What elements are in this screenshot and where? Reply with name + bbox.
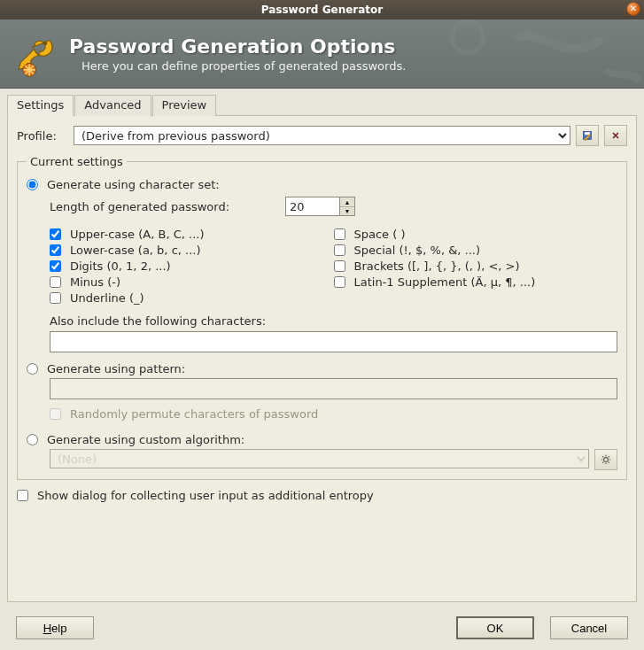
check-upper[interactable] [50, 228, 61, 240]
pattern-options: Randomly permute characters of password [50, 378, 617, 421]
tab-preview[interactable]: Preview [152, 95, 217, 116]
check-space[interactable] [334, 228, 345, 240]
page-subtitle: Here you can define properties of genera… [81, 59, 406, 73]
dialog-footer: Help OK Cancel [7, 602, 637, 641]
check-space-label: Space ( ) [354, 228, 406, 241]
custom-algo-select: (None) [50, 449, 589, 468]
mode-pattern-row: Generate using pattern: [27, 362, 617, 375]
check-brackets[interactable] [334, 260, 345, 272]
check-lower-label: Lower-case (a, b, c, ...) [70, 244, 201, 257]
entropy-checkbox[interactable] [17, 490, 28, 501]
permute-label: Randomly permute characters of password [70, 407, 318, 421]
mode-pattern-label: Generate using pattern: [47, 362, 185, 375]
entropy-row: Show dialog for collecting user input as… [17, 489, 627, 502]
permute-checkbox [50, 408, 61, 420]
mode-charset-label: Generate using character set: [47, 178, 220, 191]
mode-custom-label: Generate using custom algorithm: [47, 433, 244, 446]
banner-decoration [414, 19, 644, 88]
profile-delete-button[interactable] [604, 125, 627, 146]
tab-settings[interactable]: Settings [7, 95, 74, 116]
check-latin1-label: Latin-1 Supplement (Ä, µ, ¶, ...) [354, 275, 536, 289]
ok-button[interactable]: OK [456, 616, 534, 639]
length-label: Length of generated password: [50, 200, 280, 213]
check-brackets-label: Brackets ([, ], {, }, (, ), <, >) [354, 259, 520, 273]
gear-icon [601, 453, 611, 466]
svg-point-0 [43, 41, 48, 45]
tabs: Settings Advanced Preview [7, 94, 637, 116]
tab-advanced[interactable]: Advanced [74, 95, 151, 116]
check-special-label: Special (!, $, %, &, ...) [354, 244, 481, 257]
mode-charset-row: Generate using character set: [27, 178, 617, 191]
also-include-input[interactable] [50, 331, 617, 352]
length-up-button[interactable]: ▲ [340, 197, 354, 206]
cancel-button[interactable]: Cancel [550, 616, 628, 639]
custom-algo-row: (None) [50, 449, 617, 470]
window-close-button[interactable]: ✕ [626, 2, 640, 16]
profile-label: Profile: [17, 129, 68, 143]
check-underline[interactable] [50, 292, 61, 304]
save-icon [582, 129, 593, 142]
mode-custom-row: Generate using custom algorithm: [27, 433, 617, 446]
length-input[interactable] [286, 197, 339, 215]
charset-options: Length of generated password: ▲ ▼ Upper-… [50, 197, 617, 352]
profile-select[interactable]: (Derive from previous password) [74, 126, 570, 145]
check-special[interactable] [334, 244, 345, 256]
tabpanel-settings: Profile: (Derive from previous password) [7, 116, 637, 602]
custom-algo-settings-button[interactable] [594, 449, 617, 470]
help-button-rest: elp [51, 622, 66, 635]
svg-point-2 [452, 21, 484, 53]
length-down-button[interactable]: ▼ [340, 206, 354, 215]
profile-save-button[interactable] [576, 125, 599, 146]
pattern-input [50, 378, 617, 399]
mode-custom-radio[interactable] [27, 434, 38, 445]
check-upper-label: Upper-case (A, B, C, ...) [70, 228, 204, 241]
check-lower[interactable] [50, 244, 61, 256]
window-title: Password Generator [261, 4, 383, 16]
entropy-label: Show dialog for collecting user input as… [37, 489, 374, 502]
check-digits-label: Digits (0, 1, 2, ...) [70, 259, 171, 273]
check-digits[interactable] [50, 260, 61, 272]
length-spinner[interactable]: ▲ ▼ [285, 197, 355, 216]
current-settings-legend: Current settings [27, 155, 127, 168]
check-latin1[interactable] [334, 276, 345, 288]
mode-pattern-radio[interactable] [27, 363, 38, 375]
page-title: Password Generation Options [69, 35, 406, 58]
svg-point-5 [604, 458, 609, 462]
check-minus-label: Minus (-) [70, 275, 120, 289]
titlebar: Password Generator ✕ [0, 0, 644, 19]
current-settings-fieldset: Current settings Generate using characte… [17, 155, 627, 480]
mode-charset-radio[interactable] [27, 179, 38, 190]
also-include-label: Also include the following characters: [50, 314, 617, 328]
header-banner: Password Generation Options Here you can… [0, 19, 644, 89]
profile-row: Profile: (Derive from previous password) [17, 125, 627, 146]
help-button[interactable]: Help [16, 616, 94, 639]
check-underline-label: Underline (_) [70, 291, 144, 305]
password-key-icon [11, 31, 57, 77]
delete-icon [610, 129, 621, 142]
check-minus[interactable] [50, 276, 61, 288]
